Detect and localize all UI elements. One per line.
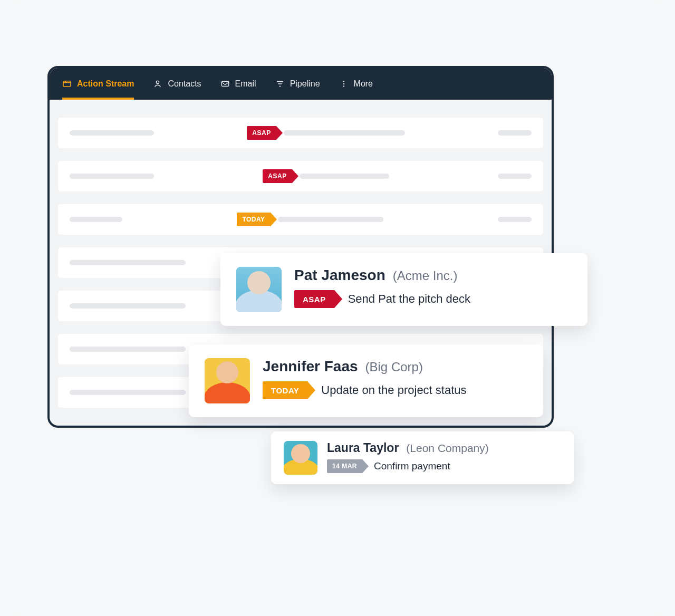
placeholder [70,217,122,222]
placeholder [70,346,186,352]
badge-label: ASAP [252,129,271,137]
svg-rect-0 [63,81,71,87]
placeholder [498,130,532,136]
email-icon [220,79,230,89]
svg-point-3 [343,81,344,82]
badge-label: ASAP [303,295,326,304]
svg-point-5 [343,85,344,86]
placeholder [284,130,405,136]
list-item[interactable]: TODAY [58,204,543,235]
app-canvas: Action Stream Contacts Email Pipeline [0,0,675,616]
placeholder [70,303,186,309]
avatar [205,358,250,403]
contacts-icon [153,79,162,89]
task-text: Confirm payment [374,460,450,472]
nav-label: Pipeline [290,79,320,89]
contact-company: (Big Corp) [365,360,423,374]
placeholder [278,217,383,222]
pipeline-icon [275,79,285,89]
action-card[interactable]: Laura Taylor (Leon Company) 14 MAR Confi… [271,431,574,484]
contact-company: (Acme Inc.) [393,268,458,283]
placeholder [300,174,389,179]
placeholder [498,174,532,179]
more-icon [339,79,349,89]
task-text: Update on the project status [321,383,466,397]
avatar [284,441,317,475]
avatar [236,267,282,312]
placeholder [70,174,154,179]
priority-badge: ASAP [294,290,334,308]
placeholder [70,130,154,136]
list-item[interactable]: ASAP [58,118,543,148]
list-item[interactable]: ASAP [58,161,543,191]
priority-badge: ASAP [247,126,276,140]
action-stream-icon [62,79,72,89]
contact-name: Jennifer Faas [263,358,358,375]
nav-label: Contacts [168,79,201,89]
nav-more[interactable]: More [339,68,373,100]
badge-label: ASAP [268,172,286,180]
action-card[interactable]: Pat Jameson (Acme Inc.) ASAP Send Pat th… [220,253,587,326]
placeholder [70,390,186,395]
priority-badge: ASAP [263,169,292,183]
placeholder [70,260,186,265]
svg-point-1 [157,81,159,83]
badge-label: TODAY [242,216,265,223]
nav-email[interactable]: Email [220,68,256,100]
nav-action-stream[interactable]: Action Stream [62,68,134,100]
nav-pipeline[interactable]: Pipeline [275,68,320,100]
svg-point-4 [343,83,344,84]
top-nav: Action Stream Contacts Email Pipeline [50,68,552,100]
priority-badge: TODAY [263,381,307,399]
nav-label: Action Stream [77,79,134,89]
contact-name: Laura Taylor [327,441,399,455]
nav-contacts[interactable]: Contacts [153,68,201,100]
contact-company: (Leon Company) [406,442,488,455]
action-card[interactable]: Jennifer Faas (Big Corp) TODAY Update on… [189,344,543,417]
badge-label: TODAY [271,386,299,395]
placeholder [498,217,532,222]
priority-badge: TODAY [237,213,270,226]
svg-rect-2 [221,82,229,86]
task-text: Send Pat the pitch deck [348,292,470,306]
priority-badge: 14 MAR [327,459,362,473]
badge-label: 14 MAR [332,463,357,470]
nav-label: More [354,79,373,89]
nav-label: Email [235,79,256,89]
contact-name: Pat Jameson [294,267,385,284]
